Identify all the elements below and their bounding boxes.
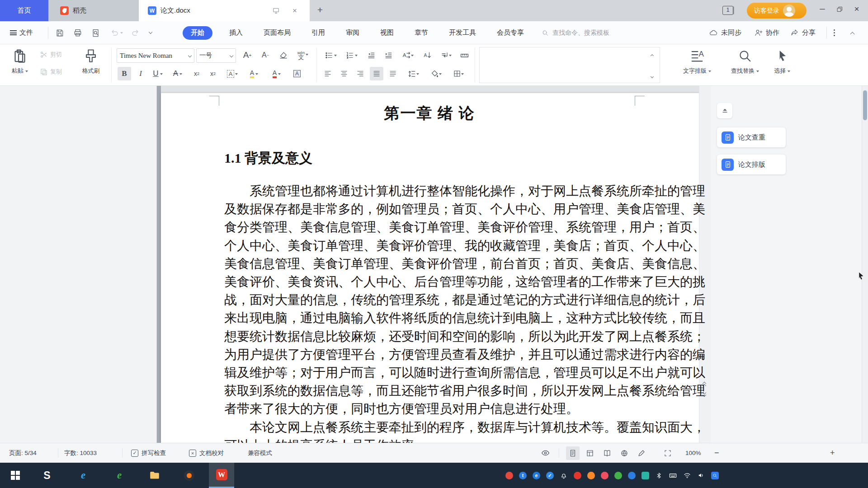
save-button[interactable] [55, 21, 64, 44]
zoom-level[interactable]: 100% [685, 443, 701, 463]
tab-page-layout[interactable]: 页面布局 [253, 21, 301, 44]
justify-button[interactable] [370, 67, 383, 80]
italic-button[interactable]: I [134, 67, 147, 80]
guest-login-button[interactable]: 访客登录 [747, 3, 807, 19]
eye-protect-button[interactable] [541, 443, 550, 463]
share-button[interactable]: 分享 [790, 21, 816, 44]
collapse-ribbon-button[interactable] [851, 21, 854, 44]
new-tab-button[interactable]: + [314, 4, 326, 16]
redo-button[interactable] [131, 21, 140, 44]
fullscreen-button[interactable] [661, 446, 675, 460]
thesis-format-button[interactable]: 论文排版 [717, 155, 786, 174]
tray-icon-bluetooth[interactable] [655, 472, 663, 479]
tab-developer[interactable]: 开发工具 [439, 21, 486, 44]
taskbar-icon-media[interactable] [177, 463, 201, 488]
tray-icon-blue[interactable] [628, 472, 636, 479]
styles-scroll-down[interactable] [651, 71, 653, 80]
tray-icon-search[interactable] [711, 472, 719, 479]
tab-review[interactable]: 审阅 [335, 21, 370, 44]
tray-icon-green[interactable] [614, 472, 622, 479]
proofread-toggle[interactable]: × 文档校对 [189, 443, 224, 463]
highlight-color-button[interactable]: A [245, 67, 263, 80]
tab-home[interactable]: 首页 [0, 0, 48, 21]
panel-collapse-button[interactable] [717, 103, 732, 118]
taskbar-icon-explorer[interactable] [143, 463, 166, 488]
align-center-button[interactable] [337, 67, 351, 80]
tray-icon-teal[interactable] [642, 472, 649, 479]
tab-stop-button[interactable] [458, 48, 471, 62]
tray-icon-volume[interactable] [697, 471, 705, 479]
tray-icon-shield[interactable]: ✓ [546, 472, 554, 479]
tab-references[interactable]: 引用 [301, 21, 335, 44]
taskbar-icon-s[interactable]: S [35, 463, 59, 488]
spell-check-toggle[interactable]: ✓ 拼写检查 [131, 443, 166, 463]
window-scrollbar[interactable] [862, 86, 868, 443]
view-read-button[interactable] [600, 446, 614, 460]
quick-toolbar-more-button[interactable] [149, 21, 152, 44]
print-preview-button[interactable] [91, 21, 100, 44]
print-button[interactable] [73, 21, 82, 44]
tray-icon-keyboard[interactable] [669, 471, 677, 480]
tray-icon-bell[interactable] [560, 471, 568, 479]
styles-scroll-up[interactable] [651, 51, 653, 59]
bold-button[interactable]: B [118, 67, 131, 80]
show-marks-button[interactable] [437, 48, 455, 62]
text-layout-button[interactable]: 文字排版 [680, 48, 714, 75]
character-scale-button[interactable] [399, 48, 417, 62]
find-replace-button[interactable]: 查找替换 [727, 48, 763, 75]
restore-button[interactable] [832, 0, 847, 18]
minimize-button[interactable]: ─ [815, 0, 830, 18]
format-painter-button[interactable]: 格式刷 [76, 47, 106, 75]
tray-icon-tim[interactable]: t [519, 472, 527, 479]
strikethrough-button[interactable]: A [169, 67, 186, 80]
increase-font-button[interactable]: A+ [241, 48, 254, 62]
bullet-list-button[interactable] [322, 48, 339, 62]
numbered-list-button[interactable] [343, 48, 360, 62]
more-options-button[interactable] [834, 21, 835, 44]
paste-button[interactable]: 粘贴 [5, 47, 34, 75]
view-web-button[interactable] [618, 446, 631, 460]
tab-member[interactable]: 会员专享 [486, 21, 534, 44]
view-page-button[interactable] [566, 446, 580, 460]
command-search-input[interactable]: 查找命令、搜索模板 [542, 27, 609, 39]
sync-status-button[interactable]: 未同步 [709, 21, 741, 44]
thesis-check-button[interactable]: 论文查重 [717, 127, 786, 147]
page-indicator[interactable]: 页面: 5/34 [9, 443, 37, 463]
sort-button[interactable] [420, 48, 434, 62]
close-window-button[interactable]: × [849, 0, 864, 18]
zoom-out-button[interactable]: − [714, 443, 719, 463]
tray-icon-e[interactable]: e [533, 472, 540, 479]
distribute-button[interactable] [386, 67, 400, 80]
tab-view[interactable]: 视图 [370, 21, 404, 44]
tray-icon-orange[interactable] [587, 472, 595, 479]
cut-button[interactable]: 剪切 [40, 51, 62, 59]
collaborate-button[interactable]: 协作 [754, 21, 779, 44]
tray-icon-pink[interactable] [601, 472, 609, 479]
subscript-button[interactable]: x2 [206, 67, 220, 80]
tray-icon-red2[interactable] [574, 472, 581, 479]
phonetic-guide-button[interactable]: wén文 [294, 48, 312, 62]
superscript-button[interactable]: x2 [190, 67, 203, 80]
tab-section[interactable]: 章节 [404, 21, 439, 44]
tab-insert[interactable]: 插入 [219, 21, 253, 44]
line-spacing-button[interactable] [404, 67, 422, 80]
tab-start[interactable]: 开始 [183, 26, 212, 40]
tab-docer[interactable]: 稻壳 [48, 0, 139, 21]
align-left-button[interactable] [321, 67, 335, 80]
taskbar-icon-ie[interactable]: e [71, 463, 95, 488]
clear-format-button[interactable] [277, 48, 290, 62]
character-shading-button[interactable]: A [290, 67, 304, 80]
shading-button[interactable] [427, 67, 445, 80]
window-manage-button[interactable]: 1 [722, 6, 733, 15]
font-color-button[interactable]: A [268, 67, 286, 80]
file-menu[interactable]: 文件 [10, 21, 33, 44]
zoom-in-button[interactable]: + [830, 443, 835, 463]
decrease-font-button[interactable]: A− [259, 48, 272, 62]
word-count[interactable]: 字数: 10033 [64, 443, 97, 463]
taskbar-icon-browser-green[interactable]: e [108, 463, 131, 488]
increase-indent-button[interactable] [382, 48, 395, 62]
scrollbar-thumb[interactable] [863, 90, 867, 120]
text-effects-button[interactable]: A [223, 67, 241, 80]
select-button[interactable]: 选择 [769, 48, 796, 75]
copy-button[interactable]: 复制 [40, 68, 62, 76]
